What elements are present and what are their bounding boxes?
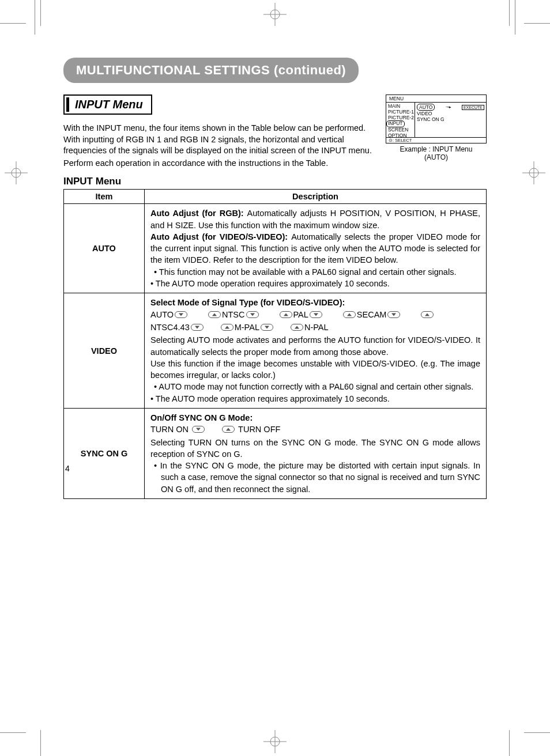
intro-paragraph-1: With the INPUT menu, the four items show… bbox=[63, 123, 375, 157]
osd-right-item: SYNC ON G bbox=[417, 116, 484, 122]
osd-example: MENU MAIN PICTURE-1 PICTURE-2 INPUT SCRE… bbox=[386, 94, 487, 162]
table-header-desc: Description bbox=[145, 190, 487, 204]
osd-caption-line2: (AUTO) bbox=[386, 153, 487, 161]
page-number: 4 bbox=[65, 464, 70, 473]
table-row: SYNC ON G On/Off SYNC ON G Mode: TURN ON… bbox=[64, 409, 487, 499]
up-icon bbox=[222, 426, 235, 433]
osd-right-item-selected: AUTO bbox=[417, 104, 435, 111]
item-video: VIDEO bbox=[64, 293, 145, 409]
table-header-item: Item bbox=[64, 190, 145, 204]
crop-mark bbox=[509, 730, 510, 756]
down-icon bbox=[191, 324, 204, 331]
down-icon bbox=[192, 426, 205, 433]
up-icon bbox=[291, 324, 303, 331]
osd-execute-label: EXECUTE bbox=[462, 105, 484, 110]
intro-text: With the INPUT menu, the four items show… bbox=[63, 123, 375, 169]
osd-footer: ⊙: SELECT bbox=[386, 137, 486, 143]
down-icon bbox=[261, 324, 273, 331]
table-row: VIDEO Select Mode of Signal Type (for VI… bbox=[64, 293, 487, 409]
up-icon bbox=[280, 311, 292, 318]
item-sync: SYNC ON G bbox=[64, 409, 145, 499]
intro-paragraph-2: Perform each operation in accordance wit… bbox=[63, 158, 375, 169]
crop-mark bbox=[40, 730, 41, 756]
osd-caption-line1: Example : INPUT Menu bbox=[386, 145, 487, 153]
osd-right-menu: AUTO ⊸▸ EXECUTE VIDEO SYNC ON G bbox=[415, 103, 486, 137]
settings-table: Item Description AUTO Auto Adjust (for R… bbox=[63, 189, 487, 499]
section-title: INPUT Menu bbox=[63, 94, 152, 115]
table-row: AUTO Auto Adjust (for RGB): Automaticall… bbox=[64, 204, 487, 293]
up-icon bbox=[421, 311, 434, 318]
osd-right-item: VIDEO bbox=[417, 111, 484, 116]
desc-auto: Auto Adjust (for RGB): Automatically adj… bbox=[145, 204, 487, 293]
desc-video: Select Mode of Signal Type (for VIDEO/S-… bbox=[145, 293, 487, 409]
down-icon bbox=[310, 311, 322, 318]
down-icon bbox=[246, 311, 259, 318]
crop-mark bbox=[524, 732, 550, 733]
down-icon bbox=[387, 311, 400, 318]
page-heading: MULTIFUNCTIONAL SETTINGS (continued) bbox=[63, 58, 359, 83]
osd-left-item: PICTURE-2 bbox=[388, 115, 413, 121]
item-auto: AUTO bbox=[64, 204, 145, 293]
registration-mark-icon bbox=[263, 730, 287, 753]
table-title: INPUT Menu bbox=[63, 176, 487, 187]
crop-mark bbox=[0, 732, 26, 733]
desc-sync: On/Off SYNC ON G Mode: TURN ON TURN OFF … bbox=[145, 409, 487, 499]
up-icon bbox=[208, 311, 221, 318]
down-icon bbox=[175, 311, 187, 318]
up-icon bbox=[221, 324, 233, 331]
osd-menu-label: MENU bbox=[386, 95, 486, 103]
up-icon bbox=[343, 311, 356, 318]
osd-left-menu: MAIN PICTURE-1 PICTURE-2 INPUT SCREEN OP… bbox=[386, 103, 415, 137]
